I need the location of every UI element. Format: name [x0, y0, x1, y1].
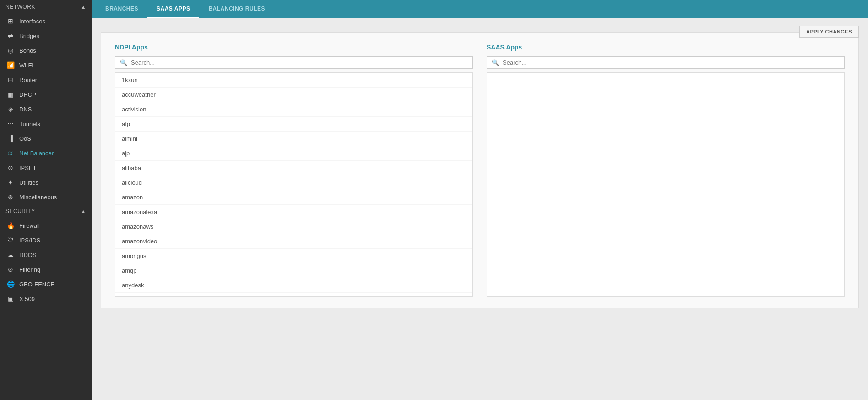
wifi-icon: 📶	[6, 61, 15, 69]
sidebar-item-netbalancer[interactable]: ≋ Net Balancer	[0, 146, 92, 160]
sidebar-item-label: Utilities	[19, 179, 38, 186]
ndpi-column: NDPI Apps 🔍 1kxunaccuweatheractivisionaf…	[115, 44, 473, 297]
top-navigation: BRANCHES SAAS APPS BALANCING RULES	[92, 0, 868, 18]
bridges-icon: ⇌	[6, 32, 15, 39]
sidebar-item-ddos[interactable]: ☁ DDOS	[0, 247, 92, 262]
columns-container: NDPI Apps 🔍 1kxunaccuweatheractivisionaf…	[101, 32, 859, 308]
sidebar-item-label: X.509	[19, 296, 35, 302]
sidebar-item-label: Bonds	[19, 47, 36, 54]
saas-list-box	[487, 72, 845, 297]
firewall-icon: 🔥	[6, 222, 15, 229]
interfaces-icon: ⊞	[6, 17, 15, 25]
security-section-header[interactable]: Security ▲	[0, 204, 92, 218]
sidebar-item-firewall[interactable]: 🔥 Firewall	[0, 218, 92, 233]
list-item[interactable]: amqp	[115, 263, 472, 278]
sidebar-item-dhcp[interactable]: ▦ DHCP	[0, 87, 92, 102]
saas-column: SAAS Apps 🔍	[487, 44, 845, 297]
dhcp-icon: ▦	[6, 91, 15, 98]
list-item[interactable]: amongus	[115, 249, 472, 263]
sidebar-item-geo-fence[interactable]: 🌐 GEO-FENCE	[0, 277, 92, 291]
geo-fence-icon: 🌐	[6, 280, 15, 288]
ndpi-search-icon: 🔍	[120, 59, 127, 66]
filtering-icon: ⊘	[6, 266, 15, 273]
network-chevron-icon: ▲	[81, 4, 86, 10]
sidebar-item-filtering[interactable]: ⊘ Filtering	[0, 262, 92, 277]
ips-ids-icon: 🛡	[6, 236, 15, 244]
sidebar-item-ipset[interactable]: ⊙ IPSET	[0, 160, 92, 175]
sidebar-item-label: Firewall	[19, 222, 40, 229]
tab-saas-apps[interactable]: SAAS APPS	[147, 0, 199, 18]
sidebar-item-label: QoS	[19, 135, 31, 142]
sidebar: Network ▲ ⊞ Interfaces ⇌ Bridges ◎ Bonds…	[0, 0, 92, 400]
saas-search-input[interactable]	[503, 59, 840, 66]
network-section-label: Network	[5, 4, 35, 10]
sidebar-item-label: Wi-Fi	[19, 62, 33, 69]
list-item[interactable]: ajp	[115, 146, 472, 161]
list-item[interactable]: amazonvideo	[115, 234, 472, 249]
list-item[interactable]: amazonaws	[115, 219, 472, 234]
sidebar-item-ips-ids[interactable]: 🛡 IPS/IDS	[0, 233, 92, 247]
list-item[interactable]: aimini	[115, 132, 472, 146]
miscellaneous-icon: ⊛	[6, 193, 15, 201]
network-section-header[interactable]: Network ▲	[0, 0, 92, 14]
saas-search-icon: 🔍	[492, 59, 499, 66]
sidebar-item-label: DDOS	[19, 252, 37, 258]
sidebar-item-router[interactable]: ⊟ Router	[0, 72, 92, 87]
ndpi-search-box: 🔍	[115, 56, 473, 69]
ndpi-search-input[interactable]	[131, 59, 468, 66]
tab-balancing-rules-label: BALANCING RULES	[208, 5, 265, 12]
sidebar-item-wifi[interactable]: 📶 Wi-Fi	[0, 58, 92, 72]
x509-icon: ▣	[6, 295, 15, 302]
sidebar-item-bonds[interactable]: ◎ Bonds	[0, 43, 92, 58]
tab-branches-label: BRANCHES	[105, 5, 138, 12]
list-item[interactable]: alicloud	[115, 175, 472, 190]
ndpi-title: NDPI Apps	[115, 44, 473, 51]
sidebar-item-label: Net Balancer	[19, 150, 54, 157]
saas-title: SAAS Apps	[487, 44, 845, 51]
list-item[interactable]: amazon	[115, 190, 472, 205]
security-section-label: Security	[5, 208, 35, 214]
tab-saas-apps-label: SAAS APPS	[157, 5, 190, 12]
content-area: APPLY CHANGES NDPI Apps 🔍 1kxunaccuweath…	[92, 18, 868, 400]
sidebar-item-dns[interactable]: ◈ DNS	[0, 102, 92, 116]
security-chevron-icon: ▲	[81, 208, 86, 214]
sidebar-item-qos[interactable]: ▐ QoS	[0, 131, 92, 146]
sidebar-item-tunnels[interactable]: ⋯ Tunnels	[0, 116, 92, 131]
utilities-icon: ✦	[6, 179, 15, 186]
list-item[interactable]: alibaba	[115, 161, 472, 175]
sidebar-item-x509[interactable]: ▣ X.509	[0, 291, 92, 306]
main-content: BRANCHES SAAS APPS BALANCING RULES APPLY…	[92, 0, 868, 400]
sidebar-item-label: Router	[19, 77, 37, 83]
sidebar-item-label: Interfaces	[19, 18, 45, 25]
ipset-icon: ⊙	[6, 164, 15, 171]
sidebar-item-label: DNS	[19, 106, 32, 113]
list-item[interactable]: activision	[115, 102, 472, 117]
tab-branches[interactable]: BRANCHES	[96, 0, 147, 18]
sidebar-item-label: Filtering	[19, 266, 40, 273]
sidebar-item-miscellaneous[interactable]: ⊛ Miscellaneous	[0, 190, 92, 204]
sidebar-item-label: Miscellaneous	[19, 194, 57, 201]
ndpi-list-box[interactable]: 1kxunaccuweatheractivisionafpaiminiajpal…	[115, 72, 473, 297]
sidebar-item-label: Tunnels	[19, 121, 40, 127]
list-item[interactable]: afp	[115, 117, 472, 132]
sidebar-item-label: IPS/IDS	[19, 237, 40, 244]
tunnels-icon: ⋯	[6, 120, 15, 127]
sidebar-item-bridges[interactable]: ⇌ Bridges	[0, 28, 92, 43]
ddos-icon: ☁	[6, 251, 15, 258]
tab-balancing-rules[interactable]: BALANCING RULES	[199, 0, 274, 18]
router-icon: ⊟	[6, 76, 15, 83]
sidebar-item-label: Bridges	[19, 33, 39, 39]
list-item[interactable]: 1kxun	[115, 73, 472, 88]
list-item[interactable]: amazonalexa	[115, 205, 472, 219]
netbalancer-icon: ≋	[6, 149, 15, 157]
sidebar-item-interfaces[interactable]: ⊞ Interfaces	[0, 14, 92, 28]
bonds-icon: ◎	[6, 47, 15, 54]
sidebar-item-label: GEO-FENCE	[19, 281, 54, 288]
qos-icon: ▐	[6, 135, 15, 142]
sidebar-item-label: IPSET	[19, 164, 37, 171]
list-item[interactable]: accuweather	[115, 88, 472, 102]
sidebar-item-utilities[interactable]: ✦ Utilities	[0, 175, 92, 190]
list-item[interactable]: anydesk	[115, 278, 472, 293]
dns-icon: ◈	[6, 105, 15, 113]
apply-changes-button[interactable]: APPLY CHANGES	[799, 26, 859, 38]
